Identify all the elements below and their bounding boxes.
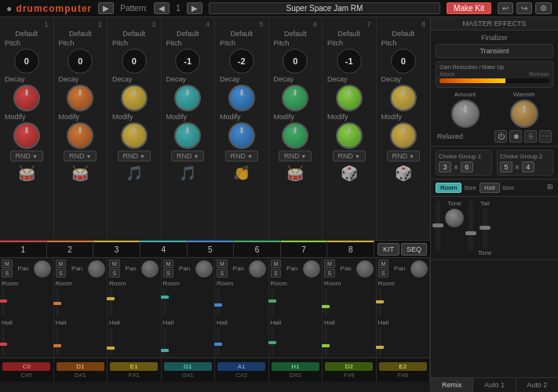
hall-fader-ch2[interactable] xyxy=(56,327,59,356)
pan-knob-ch4[interactable] xyxy=(195,260,213,278)
ch2-modify-knob[interactable] xyxy=(67,122,93,149)
ch3-decay-knob[interactable] xyxy=(121,85,148,111)
pan-knob-ch3[interactable] xyxy=(141,260,159,278)
pan-knob-ch7[interactable] xyxy=(356,260,374,278)
mute-btn-ch5[interactable]: M xyxy=(217,260,228,268)
auto2-tab[interactable]: Auto 2 xyxy=(516,378,558,392)
warmth-knob[interactable] xyxy=(510,100,538,128)
track-tab-5[interactable]: 5 xyxy=(188,241,235,257)
ch1-decay-knob[interactable] xyxy=(13,85,40,111)
pan-knob-ch6[interactable] xyxy=(303,260,320,278)
room-fader-ch3[interactable] xyxy=(109,288,112,317)
hall-fader-ch7[interactable] xyxy=(324,327,327,356)
solo-btn-ch5[interactable]: S xyxy=(217,269,228,278)
ch5-decay-knob[interactable] xyxy=(228,85,255,111)
ch8-decay-knob[interactable] xyxy=(390,85,417,111)
hall-fader-ch1[interactable] xyxy=(2,327,5,356)
hall-fader-ch6[interactable] xyxy=(271,327,274,356)
room-main-fader[interactable] xyxy=(436,200,440,251)
remix-tab[interactable]: Remix xyxy=(431,378,473,392)
track-tab-3[interactable]: 3 xyxy=(93,241,140,257)
ch5-rnd-btn[interactable]: RND xyxy=(225,151,258,162)
make-kit-button[interactable]: Make Kit xyxy=(447,2,491,14)
mute-btn-ch6[interactable]: M xyxy=(271,260,282,268)
note-top-1[interactable]: C0 xyxy=(2,362,50,371)
settings-button[interactable]: ⚙ xyxy=(535,2,552,14)
tail-fader[interactable] xyxy=(483,209,487,248)
more-icon-btn[interactable]: ⋯ xyxy=(539,130,552,143)
undo-button[interactable]: ↩ xyxy=(498,2,513,14)
track-tab-2[interactable]: 2 xyxy=(47,241,94,257)
ch5-modify-knob[interactable] xyxy=(228,122,255,149)
mute-btn-ch1[interactable]: M xyxy=(2,260,13,268)
solo-btn-ch3[interactable]: S xyxy=(109,269,120,278)
solo-btn-ch1[interactable]: S xyxy=(2,269,13,278)
room-toggle[interactable]: Room xyxy=(436,183,461,193)
choke1-val2[interactable]: 6 xyxy=(461,162,473,172)
pan-knob-ch1[interactable] xyxy=(34,260,51,278)
pattern-prev[interactable]: ◀ xyxy=(154,2,170,14)
ch7-modify-knob[interactable] xyxy=(336,122,363,149)
power-icon-btn[interactable]: ⏻ xyxy=(494,130,507,143)
seq-button[interactable]: SEQ xyxy=(401,243,427,256)
ch4-decay-knob[interactable] xyxy=(174,85,201,111)
solo-btn-ch4[interactable]: S xyxy=(163,269,174,278)
kit-button[interactable]: KIT xyxy=(377,243,399,256)
ch7-decay-knob[interactable] xyxy=(336,85,363,111)
auto1-tab[interactable]: Auto 1 xyxy=(473,378,516,392)
hall-main-fader[interactable] xyxy=(469,200,473,251)
note-top-2[interactable]: D1 xyxy=(57,362,104,371)
choke2-val1[interactable]: 5 xyxy=(500,162,512,172)
track-tab-7[interactable]: 7 xyxy=(281,241,328,257)
ch1-rnd-btn[interactable]: RND xyxy=(10,151,43,162)
ch8-modify-knob[interactable] xyxy=(390,122,417,149)
room-fader-ch1[interactable] xyxy=(2,288,5,317)
solo-btn-ch2[interactable]: S xyxy=(56,269,67,278)
hall-fader-ch8[interactable] xyxy=(378,327,381,356)
copy-icon-btn[interactable]: ⎘ xyxy=(524,130,537,143)
amount-knob[interactable] xyxy=(451,100,480,128)
ch2-rnd-btn[interactable]: RND xyxy=(64,151,97,162)
ch6-rnd-btn[interactable]: RND xyxy=(279,151,312,162)
choke2-val2[interactable]: 4 xyxy=(522,162,534,172)
note-top-6[interactable]: H1 xyxy=(272,362,319,371)
note-top-7[interactable]: D2 xyxy=(325,362,373,371)
hall-fader-ch5[interactable] xyxy=(217,327,220,356)
track-tab-4[interactable]: 4 xyxy=(140,241,188,257)
track-tab-6[interactable]: 6 xyxy=(234,241,281,257)
note-top-5[interactable]: A1 xyxy=(217,362,265,371)
note-top-8[interactable]: E2 xyxy=(379,362,427,371)
tone-knob[interactable] xyxy=(445,209,464,227)
note-top-4[interactable]: G1 xyxy=(164,362,212,371)
choke1-val1[interactable]: 3 xyxy=(439,162,451,172)
ch7-rnd-btn[interactable]: RND xyxy=(333,151,366,162)
solo-btn-ch7[interactable]: S xyxy=(324,269,335,278)
pattern-next[interactable]: ▶ xyxy=(187,2,202,14)
room-fader-ch7[interactable] xyxy=(324,288,327,317)
ch3-rnd-btn[interactable]: RND xyxy=(118,151,151,162)
ch6-decay-knob[interactable] xyxy=(282,85,308,111)
redo-button[interactable]: ↪ xyxy=(516,2,532,14)
hall-fader-ch3[interactable] xyxy=(109,327,112,356)
record-icon-btn[interactable]: ⏺ xyxy=(509,130,522,143)
ch8-rnd-btn[interactable]: RND xyxy=(387,151,420,162)
hall-toggle[interactable]: Hall xyxy=(480,183,500,193)
mute-btn-ch3[interactable]: M xyxy=(109,260,120,268)
track-tab-1[interactable]: 1 xyxy=(0,241,47,257)
pan-knob-ch2[interactable] xyxy=(88,260,105,278)
ch1-modify-knob[interactable] xyxy=(13,122,40,149)
room-fader-ch8[interactable] xyxy=(378,288,381,317)
room-fader-ch5[interactable] xyxy=(217,288,220,317)
ch4-modify-knob[interactable] xyxy=(174,122,201,149)
solo-btn-ch6[interactable]: S xyxy=(271,269,282,278)
mute-btn-ch4[interactable]: M xyxy=(163,260,174,268)
mute-btn-ch2[interactable]: M xyxy=(56,260,67,268)
play-button[interactable]: ▶ xyxy=(98,2,114,14)
ch2-decay-knob[interactable] xyxy=(67,85,93,111)
hall-fader-ch4[interactable] xyxy=(163,327,166,356)
pan-knob-ch5[interactable] xyxy=(249,260,266,278)
ch4-rnd-btn[interactable]: RND xyxy=(171,151,204,162)
mute-btn-ch7[interactable]: M xyxy=(324,260,335,268)
ch3-modify-knob[interactable] xyxy=(121,122,148,149)
room-fader-ch2[interactable] xyxy=(56,288,59,317)
